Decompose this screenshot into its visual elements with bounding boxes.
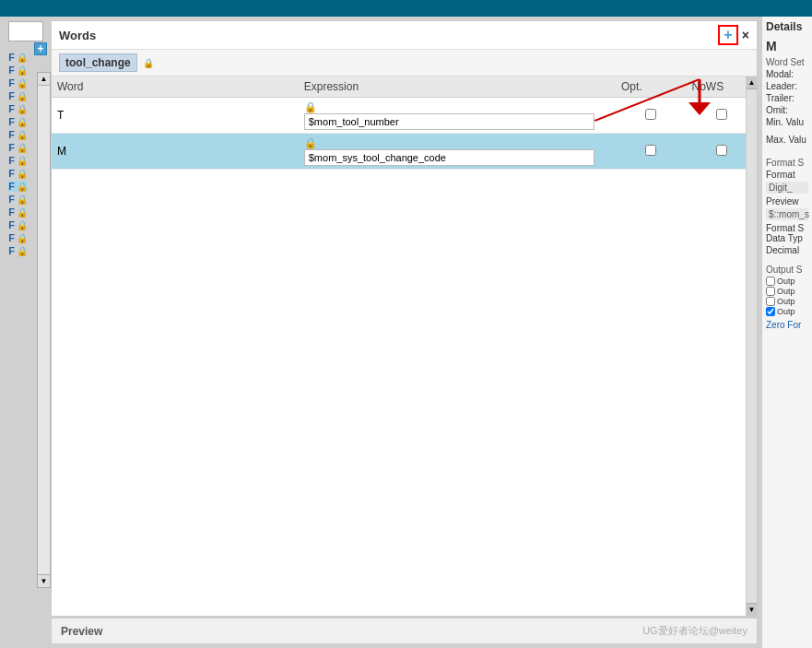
output-label-3: Outp [777,297,795,306]
sidebar-item[interactable]: F 🔒 [8,155,28,166]
preview-watermark: UG爱好者论坛@weitey [642,624,747,638]
col-header-opt: Opt. [616,77,687,98]
nows-checkbox[interactable] [716,109,727,120]
lock-icon: 🔒 [17,246,28,256]
details-title: Details [766,20,808,33]
output-checkbox-1[interactable] [766,277,775,286]
cell-opt-selected [616,134,687,170]
word-set-section-title: Word Set [766,57,808,67]
words-header-right: + × [718,25,749,45]
format-value: Digit_ [766,182,808,194]
lock-icon: 🔒 [143,58,154,68]
preview-value: $::mom_s [766,208,808,220]
expression-input-selected[interactable] [304,149,595,166]
sidebar-item[interactable]: F 🔒 [8,90,28,101]
output-checkbox-4[interactable] [766,307,775,316]
add-word-button[interactable]: + [718,25,738,45]
col-header-expression: Expression [299,77,616,98]
table-row-selected[interactable]: M 🔒 [52,134,757,170]
lock-icon: 🔒 [17,117,28,127]
sidebar-item[interactable]: F 🔒 [8,116,28,127]
cell-opt [616,98,687,134]
output-checkbox-2[interactable] [766,287,775,296]
output-row-4: Outp [766,307,808,316]
format-section-title: Format S [766,158,808,168]
sidebar-item[interactable]: F 🔒 [8,142,28,153]
opt-checkbox[interactable] [645,109,656,120]
cell-expression: 🔒 [299,98,616,134]
sidebar-item[interactable]: F 🔒 [8,206,28,218]
sidebar-scrollbar[interactable]: ▲ ▼ [37,72,51,588]
max-value-label: Max. Valu [766,135,808,145]
sidebar-add-button[interactable]: + [34,42,47,55]
output-row-3: Outp [766,297,808,306]
close-button[interactable]: × [742,28,749,42]
output-row-2: Outp [766,287,808,296]
lock-icon: 🔒 [17,143,28,153]
sidebar-item-active[interactable]: F 🔒 [8,181,28,192]
sidebar-item[interactable]: F 🔒 [8,219,28,230]
output-label-2: Outp [777,287,795,296]
tag-name-label: tool_change [59,53,137,72]
lock-icon: 🔒 [17,233,28,243]
sidebar-item[interactable]: F 🔒 [8,194,28,205]
sidebar-item[interactable]: F 🔒 [8,245,28,256]
sidebar-item[interactable]: F 🔒 [8,168,28,179]
details-selected-word: M [766,39,808,53]
table-scroll-down[interactable]: ▼ [747,603,757,616]
lock-icon: 🔒 [304,101,317,112]
sidebar-item[interactable]: F 🔒 [8,103,28,114]
format-data-type-label: Format SData Typ [766,223,808,243]
table-header-row: Word Expression Opt. NoWS [52,77,757,98]
top-bar [0,0,812,17]
sidebar-item[interactable]: F 🔒 [8,232,28,243]
decimal-label: Decimal [766,245,808,255]
lock-icon: 🔒 [17,169,28,179]
format-label: Format [766,170,808,180]
col-header-word: Word [52,77,299,98]
leader-label: Leader: [766,81,808,91]
scroll-up-button[interactable]: ▲ [38,73,50,86]
toolbar-row: tool_change 🔒 [52,50,757,77]
min-value-label: Min. Valu [766,117,808,127]
left-sidebar: + F 🔒 F 🔒 F 🔒 F 🔒 F 🔒 [0,17,51,648]
output-label-4: Outp [777,307,795,316]
zero-form-link[interactable]: Zero For [766,320,808,330]
words-table: Word Expression Opt. NoWS T 🔒 [52,77,757,170]
output-section-title: Output S [766,265,808,275]
lock-icon: 🔒 [17,65,28,76]
lock-icon: 🔒 [17,78,28,88]
table-scrollbar[interactable]: ▲ ▼ [746,77,757,616]
lock-icon: 🔒 [17,220,28,230]
table-row: T 🔒 [52,98,757,134]
output-checkbox-3[interactable] [766,297,775,306]
cell-word: T [52,98,299,134]
sidebar-top-box [8,21,43,41]
sidebar-item[interactable]: F 🔒 [8,77,28,88]
lock-icon: 🔒 [17,130,28,140]
output-row-1: Outp [766,277,808,286]
words-table-container: Word Expression Opt. NoWS T 🔒 [52,77,757,616]
lock-icon: 🔒 [17,91,28,101]
lock-icon: 🔒 [17,207,28,218]
trailer-label: Trailer: [766,93,808,103]
sidebar-item[interactable]: F 🔒 [8,52,28,63]
scroll-down-button[interactable]: ▼ [38,574,50,587]
words-panel: Words + × tool_change 🔒 Word Expression [52,21,757,618]
modal-label: Modal: [766,69,808,79]
sidebar-item[interactable]: F 🔒 [8,65,28,76]
center-content: Words + × tool_change 🔒 Word Expression [51,20,758,644]
lock-icon: 🔒 [17,104,28,114]
scroll-track [38,86,50,574]
lock-icon: 🔒 [17,156,28,166]
preview-label: Preview [61,625,102,638]
sidebar-item[interactable]: F 🔒 [8,129,28,140]
nows-checkbox-selected[interactable] [716,145,727,156]
opt-checkbox-selected[interactable] [645,145,656,156]
preview-label-detail: Preview [766,196,808,206]
cell-word-selected: M [52,134,299,170]
table-scroll-up[interactable]: ▲ [747,77,757,89]
preview-bar: Preview UG爱好者论坛@weitey [52,618,757,643]
omit-label: Omit: [766,105,808,115]
expression-input[interactable] [304,113,595,130]
